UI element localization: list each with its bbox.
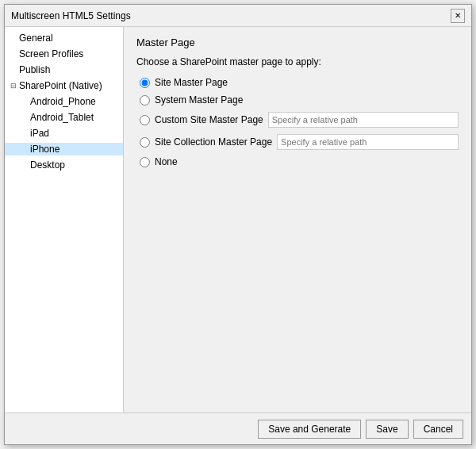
save-generate-button[interactable]: Save and Generate: [258, 420, 361, 439]
sidebar-item-general[interactable]: General: [5, 30, 123, 46]
radio-label-site-collection-master[interactable]: Site Collection Master Page: [155, 136, 272, 148]
sidebar-item-label-general: General: [19, 33, 53, 44]
sidebar-item-label-android-phone: Android_Phone: [30, 96, 96, 107]
radio-row-none: None: [140, 156, 459, 167]
close-button[interactable]: ✕: [451, 9, 465, 23]
radio-row-site-collection-master: Site Collection Master Page: [140, 134, 459, 150]
settings-dialog: Multiscreen HTML5 Settings ✕ GeneralScre…: [4, 4, 472, 445]
cancel-button[interactable]: Cancel: [413, 420, 463, 439]
radio-label-system-master[interactable]: System Master Page: [155, 94, 243, 106]
sidebar-item-desktop[interactable]: Desktop: [5, 157, 123, 173]
sidebar-item-android-phone[interactable]: Android_Phone: [5, 94, 123, 109]
dialog-title: Multiscreen HTML5 Settings: [11, 10, 131, 21]
sidebar-item-ipad[interactable]: iPad: [5, 125, 123, 141]
sidebar-item-android-tablet[interactable]: Android_Tablet: [5, 109, 123, 125]
dialog-body: GeneralScreen ProfilesPublish⊟SharePoint…: [5, 27, 471, 413]
radio-label-custom-site-master[interactable]: Custom Site Master Page: [155, 114, 263, 125]
radio-none[interactable]: [140, 157, 150, 167]
section-title: Master Page: [136, 36, 459, 48]
dialog-title-text: Multiscreen HTML5 Settings: [11, 10, 131, 21]
sidebar-item-label-screen-profiles: Screen Profiles: [19, 48, 83, 59]
sidebar-item-label-android-tablet: Android_Tablet: [30, 112, 94, 123]
radio-row-site-master: Site Master Page: [140, 77, 459, 88]
radio-system-master[interactable]: [140, 95, 150, 106]
sidebar-item-label-iphone: iPhone: [30, 144, 60, 155]
radio-row-custom-site-master: Custom Site Master Page: [140, 112, 459, 128]
path-input-site-collection-master[interactable]: [277, 134, 459, 150]
radio-custom-site-master[interactable]: [140, 115, 150, 125]
save-button[interactable]: Save: [366, 420, 408, 439]
sidebar-item-sharepoint[interactable]: ⊟SharePoint (Native): [5, 78, 123, 94]
sidebar-item-label-publish: Publish: [19, 64, 50, 75]
sidebar: GeneralScreen ProfilesPublish⊟SharePoint…: [5, 27, 124, 413]
radio-row-system-master: System Master Page: [140, 94, 459, 106]
sidebar-item-label-sharepoint: SharePoint (Native): [19, 80, 102, 91]
radio-site-master[interactable]: [140, 78, 150, 88]
sidebar-item-screen-profiles[interactable]: Screen Profiles: [5, 46, 123, 62]
path-input-custom-site-master[interactable]: [268, 112, 459, 128]
radio-label-site-master[interactable]: Site Master Page: [155, 77, 228, 88]
titlebar: Multiscreen HTML5 Settings ✕: [5, 5, 471, 27]
expander-sharepoint[interactable]: ⊟: [8, 80, 19, 91]
content-area: Master Page Choose a SharePoint master p…: [124, 27, 471, 413]
section-description: Choose a SharePoint master page to apply…: [136, 56, 459, 67]
radio-site-collection-master[interactable]: [140, 137, 150, 148]
footer: Save and Generate Save Cancel: [5, 413, 471, 444]
sidebar-item-label-desktop: Desktop: [30, 159, 65, 171]
radio-group: Site Master PageSystem Master PageCustom…: [140, 77, 459, 167]
sidebar-item-iphone[interactable]: iPhone: [5, 141, 123, 157]
radio-label-none[interactable]: None: [155, 156, 178, 167]
sidebar-item-publish[interactable]: Publish: [5, 62, 123, 78]
sidebar-item-label-ipad: iPad: [30, 128, 49, 139]
